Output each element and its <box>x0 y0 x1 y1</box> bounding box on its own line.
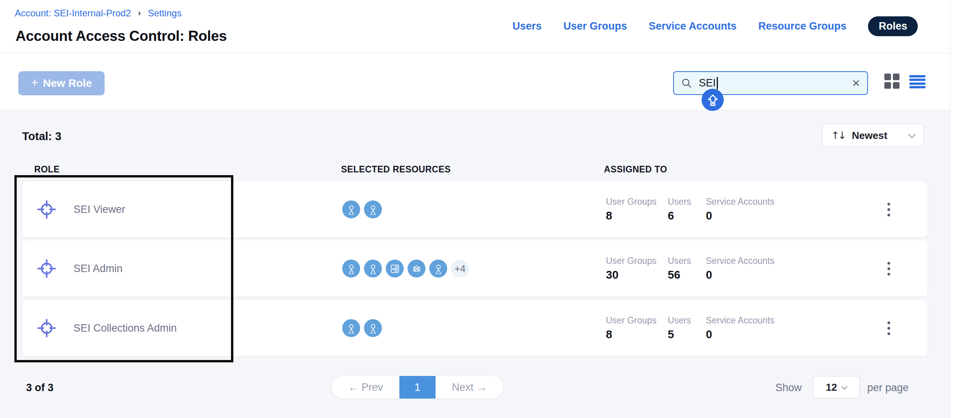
service-accounts-label: Service Accounts <box>706 256 774 266</box>
role-row-sei-admin[interactable]: SEI Admin <box>22 241 928 297</box>
tab-roles-active[interactable]: Roles <box>868 16 918 36</box>
role-target-icon <box>37 200 56 219</box>
search-value: SEI <box>699 77 716 89</box>
role-cell: SEI Collections Admin <box>37 300 177 356</box>
sort-arrows-icon: ↑↓ <box>831 130 845 141</box>
chevron-down-icon <box>908 130 916 138</box>
breadcrumb-settings-link[interactable]: Settings <box>148 8 182 19</box>
breadcrumb-chevron-icon: › <box>138 8 141 18</box>
people-group-resource-icon <box>408 260 425 277</box>
show-label: Show <box>775 382 802 394</box>
role-cell: SEI Admin <box>37 241 122 297</box>
current-page-button[interactable]: 1 <box>399 376 436 399</box>
person-resource-icon <box>364 260 382 277</box>
roles-list-section: Total: 3 ↑↓ Newest ROLE SELECTED RESOURC… <box>0 111 950 418</box>
chevron-down-icon <box>842 383 848 390</box>
tab-service-accounts[interactable]: Service Accounts <box>649 20 737 32</box>
selected-resources-cell: +4 <box>342 241 469 297</box>
breadcrumb: Account: SEI-Internal-Prod2 › Settings <box>15 8 182 19</box>
toolbar: + New Role SEI ✕ <box>0 53 950 111</box>
tab-user-groups[interactable]: User Groups <box>564 20 627 32</box>
role-name: SEI Admin <box>74 263 122 275</box>
row-menu-kebab-icon[interactable] <box>877 300 900 356</box>
search-icon <box>681 77 693 89</box>
tab-users[interactable]: Users <box>513 20 542 32</box>
users-label: Users <box>668 315 691 326</box>
tab-resource-groups[interactable]: Resource Groups <box>758 20 847 32</box>
new-role-button[interactable]: + New Role <box>18 71 105 95</box>
plus-icon: + <box>31 76 38 90</box>
breadcrumb-account-link[interactable]: Account: SEI-Internal-Prod2 <box>15 8 131 19</box>
sort-dropdown[interactable]: ↑↓ Newest <box>822 124 924 147</box>
access-control-tabs: Users User Groups Service Accounts Resou… <box>513 16 918 36</box>
selected-resources-cell <box>342 300 382 356</box>
service-accounts-count: 0 <box>706 209 774 222</box>
column-header-assigned: ASSIGNED TO <box>604 164 667 175</box>
total-count: Total: 3 <box>22 130 61 143</box>
column-header-role: ROLE <box>34 164 60 175</box>
dashboard-resource-icon <box>386 260 404 277</box>
person-resource-icon <box>342 200 360 218</box>
search-input[interactable]: SEI ✕ <box>673 71 868 95</box>
new-role-button-label: New Role <box>43 77 92 90</box>
role-cell: SEI Viewer <box>37 181 125 237</box>
role-row-sei-viewer[interactable]: SEI Viewer User Groups8 Users6 Service A… <box>22 181 928 237</box>
grid-view-icon <box>884 74 891 80</box>
person-resource-icon <box>429 260 447 277</box>
users-label: Users <box>668 197 691 207</box>
user-groups-label: User Groups <box>606 197 656 207</box>
role-target-icon <box>37 318 56 338</box>
resources-overflow-badge: +4 <box>451 260 469 277</box>
page-header: Account: SEI-Internal-Prod2 › Settings A… <box>0 0 950 53</box>
column-header-resources: SELECTED RESOURCES <box>341 164 451 175</box>
person-resource-icon <box>342 319 360 337</box>
row-menu-kebab-icon[interactable] <box>877 181 900 237</box>
role-name: SEI Collections Admin <box>74 322 177 334</box>
row-menu-kebab-icon[interactable] <box>877 241 900 297</box>
shift-key-badge <box>702 89 724 111</box>
users-count: 6 <box>668 209 691 222</box>
service-accounts-count: 0 <box>706 269 774 281</box>
clear-search-icon[interactable]: ✕ <box>852 78 860 88</box>
shift-arrow-icon <box>706 93 719 107</box>
pagination: ← Prev 1 Next → <box>332 376 503 399</box>
role-name: SEI Viewer <box>74 204 125 216</box>
user-groups-count: 8 <box>606 209 656 222</box>
service-accounts-label: Service Accounts <box>706 315 774 326</box>
next-page-button[interactable]: Next → <box>436 376 503 399</box>
user-groups-label: User Groups <box>606 256 656 266</box>
person-resource-icon <box>364 319 382 337</box>
users-count: 5 <box>668 328 691 341</box>
per-page-select[interactable]: 12 <box>813 376 860 399</box>
result-count: 3 of 3 <box>26 382 54 394</box>
scrollbar-gutter <box>950 0 980 418</box>
list-view-icon <box>909 75 926 77</box>
page-title: Account Access Control: Roles <box>16 28 227 44</box>
list-view-toggle[interactable] <box>909 75 926 88</box>
users-label: Users <box>668 256 691 266</box>
sort-value: Newest <box>852 130 887 142</box>
person-resource-icon <box>364 200 382 218</box>
role-target-icon <box>37 259 56 278</box>
users-count: 56 <box>668 269 691 281</box>
prev-page-button[interactable]: ← Prev <box>332 376 399 399</box>
person-resource-icon <box>342 260 360 277</box>
per-page-label: per page <box>867 382 909 394</box>
text-cursor <box>717 77 718 90</box>
user-groups-count: 30 <box>606 269 656 281</box>
service-accounts-label: Service Accounts <box>706 197 774 207</box>
roles-page: Account: SEI-Internal-Prod2 › Settings A… <box>0 0 980 418</box>
per-page-value: 12 <box>826 381 837 393</box>
user-groups-label: User Groups <box>606 315 656 326</box>
user-groups-count: 8 <box>606 328 656 341</box>
grid-view-toggle[interactable] <box>884 74 900 89</box>
role-row-sei-collections-admin[interactable]: SEI Collections Admin User Groups8 Users… <box>22 300 928 356</box>
selected-resources-cell <box>342 181 382 237</box>
service-accounts-count: 0 <box>706 328 774 341</box>
